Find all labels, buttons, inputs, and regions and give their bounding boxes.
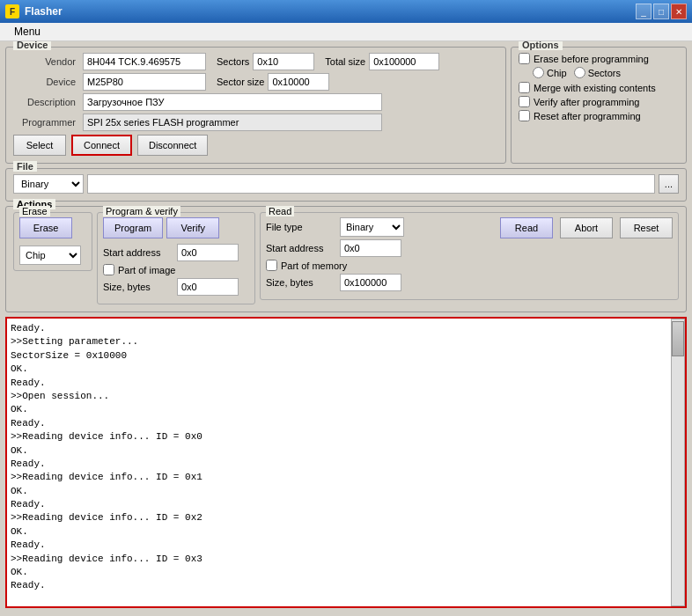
sectors-label: Sectors bbox=[217, 56, 249, 67]
reset-label: Reset after programming bbox=[534, 111, 641, 121]
merge-checkbox[interactable] bbox=[519, 82, 530, 93]
disconnect-button[interactable]: Disconnect bbox=[137, 135, 208, 156]
file-group: File Binary Intel HEX Motorola S ... bbox=[5, 168, 687, 202]
log-line: Ready. bbox=[11, 539, 667, 552]
sector-size-input[interactable] bbox=[268, 73, 329, 91]
log-line: Ready. bbox=[11, 498, 667, 511]
part-of-image-checkbox[interactable] bbox=[103, 264, 114, 275]
erase-subgroup: Erase Erase Chip Sector bbox=[13, 212, 92, 271]
sectors-input[interactable] bbox=[253, 53, 314, 70]
reset-button[interactable]: Reset bbox=[620, 217, 673, 238]
device-group-title: Device bbox=[13, 41, 51, 50]
programmer-input bbox=[83, 114, 382, 131]
read-size-bytes-label: Size, bytes bbox=[266, 277, 336, 288]
file-path-input[interactable] bbox=[87, 174, 655, 194]
read-subgroup: Read File type Binary Intel HEX Start ad… bbox=[260, 212, 679, 300]
description-label: Description bbox=[13, 97, 79, 107]
erase-before-checkbox[interactable] bbox=[519, 53, 530, 64]
log-line: >>Reading device info... ID = 0x2 bbox=[11, 511, 667, 524]
sector-size-label: Sector size bbox=[217, 77, 264, 87]
log-line: >>Open session... bbox=[11, 390, 667, 403]
log-line: Ready. bbox=[11, 322, 667, 335]
log-line: Ready. bbox=[11, 458, 667, 471]
merge-label: Merge with existing contents bbox=[534, 83, 656, 93]
window-controls: _ □ ✕ bbox=[636, 4, 687, 19]
title-bar: F Flasher _ □ ✕ bbox=[0, 0, 692, 23]
chip-radio[interactable] bbox=[533, 67, 544, 78]
vendor-label: Vendor bbox=[13, 56, 79, 67]
log-line: OK. bbox=[11, 444, 667, 458]
total-size-label: Total size bbox=[325, 56, 365, 67]
minimize-button[interactable]: _ bbox=[636, 4, 652, 19]
verify-button[interactable]: Verify bbox=[166, 217, 219, 238]
program-button[interactable]: Program bbox=[103, 217, 163, 238]
app-title: Flasher bbox=[25, 5, 63, 18]
file-group-title: File bbox=[13, 161, 37, 172]
erase-mode-select[interactable]: Chip Sector bbox=[19, 246, 81, 265]
options-group-title: Options bbox=[519, 41, 563, 50]
log-scrollbar[interactable] bbox=[671, 319, 685, 606]
log-line: SectorSize = 0x10000 bbox=[11, 349, 667, 363]
log-line: Ready. bbox=[11, 417, 667, 430]
log-line: Ready. bbox=[11, 579, 667, 592]
read-start-address-label: Start address bbox=[266, 243, 336, 253]
scrollbar-thumb[interactable] bbox=[672, 321, 684, 356]
read-size-bytes-input[interactable] bbox=[340, 274, 401, 291]
device-label: Device bbox=[13, 77, 79, 87]
part-of-memory-checkbox[interactable] bbox=[266, 260, 277, 271]
read-subgroup-title: Read bbox=[266, 206, 294, 216]
browse-button[interactable]: ... bbox=[659, 174, 679, 194]
erase-before-label: Erase before programming bbox=[534, 54, 649, 64]
program-verify-subgroup: Program & verify Program Verify Start ad… bbox=[97, 212, 255, 304]
log-line: >>Reading device info... ID = 0x0 bbox=[11, 430, 667, 444]
file-format-select[interactable]: Binary Intel HEX Motorola S bbox=[13, 174, 84, 194]
pv-start-address-label: Start address bbox=[103, 247, 173, 258]
app-icon: F bbox=[5, 4, 19, 18]
part-of-image-label: Part of image bbox=[118, 265, 175, 275]
read-start-address-input[interactable] bbox=[340, 239, 401, 257]
part-of-memory-label: Part of memory bbox=[281, 260, 347, 271]
log-line: >>Reading device info... ID = 0x1 bbox=[11, 471, 667, 484]
programmer-label: Programmer bbox=[13, 117, 79, 128]
options-group: Options Erase before programming Chip Se… bbox=[511, 47, 687, 164]
maximize-button[interactable]: □ bbox=[653, 4, 669, 19]
read-button[interactable]: Read bbox=[500, 217, 553, 238]
select-button[interactable]: Select bbox=[13, 135, 66, 156]
menu-item-menu[interactable]: Menu bbox=[7, 24, 48, 40]
close-button[interactable]: ✕ bbox=[671, 4, 687, 19]
file-type-select[interactable]: Binary Intel HEX bbox=[340, 217, 404, 237]
log-line: OK. bbox=[11, 363, 667, 376]
log-line: Ready. bbox=[11, 377, 667, 390]
vendor-input[interactable] bbox=[83, 53, 206, 70]
actions-group: Actions Erase Erase Chip Sector Program … bbox=[5, 206, 687, 312]
main-content: Device Vendor Sectors Total size Device … bbox=[0, 41, 692, 613]
verify-label: Verify after programming bbox=[534, 97, 639, 107]
menu-bar: Menu bbox=[0, 23, 692, 41]
log-line: OK. bbox=[11, 485, 667, 498]
erase-subgroup-title: Erase bbox=[19, 206, 50, 216]
chip-radio-label: Chip bbox=[547, 68, 567, 78]
description-input[interactable] bbox=[83, 93, 382, 111]
sectors-radio[interactable] bbox=[574, 67, 585, 78]
device-group: Device Vendor Sectors Total size Device … bbox=[5, 47, 506, 164]
sectors-radio-label: Sectors bbox=[588, 68, 621, 78]
device-input[interactable] bbox=[83, 73, 206, 91]
pv-start-address-input[interactable] bbox=[177, 244, 239, 261]
connect-button[interactable]: Connect bbox=[71, 135, 132, 156]
program-verify-title: Program & verify bbox=[103, 206, 180, 216]
log-line: OK. bbox=[11, 403, 667, 416]
abort-button[interactable]: Abort bbox=[560, 217, 613, 238]
log-line: >>Reading device info... ID = 0x3 bbox=[11, 553, 667, 566]
log-line: OK. bbox=[11, 525, 667, 539]
erase-button[interactable]: Erase bbox=[19, 217, 72, 238]
reset-checkbox[interactable] bbox=[519, 110, 530, 121]
log-area: Ready.>>Setting parameter...SectorSize =… bbox=[7, 319, 671, 606]
log-line: OK. bbox=[11, 566, 667, 579]
pv-size-bytes-label: Size, bytes bbox=[103, 282, 173, 292]
file-type-label: File type bbox=[266, 222, 336, 232]
log-line: >>Setting parameter... bbox=[11, 335, 667, 348]
pv-size-bytes-input[interactable] bbox=[177, 278, 239, 296]
verify-checkbox[interactable] bbox=[519, 96, 530, 107]
total-size-input[interactable] bbox=[369, 53, 439, 70]
